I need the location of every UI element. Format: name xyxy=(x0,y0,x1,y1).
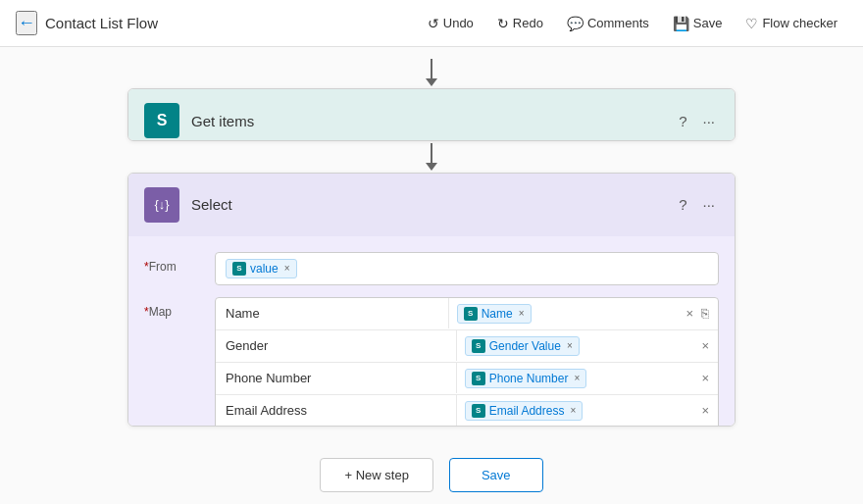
connector-middle xyxy=(426,143,437,171)
save-header-button[interactable]: 💾 Save xyxy=(663,11,733,36)
page-title: Contact List Flow xyxy=(45,15,158,31)
phone-tag-close[interactable]: × xyxy=(574,373,580,383)
sp-icon-email: S xyxy=(472,404,485,418)
get-items-actions: ? ··· xyxy=(675,111,719,131)
map-key-email: Email Address xyxy=(216,395,457,426)
connector-arrowhead-2 xyxy=(426,163,437,171)
flow-canvas: S Get items ? ··· {↓} Select ? ··· xyxy=(0,47,863,446)
select-help-button[interactable]: ? xyxy=(675,194,690,215)
get-items-icon: S xyxy=(144,103,179,138)
name-tag-close[interactable]: × xyxy=(519,308,525,319)
from-field[interactable]: S value × xyxy=(215,252,719,285)
table-row: Email Address S Email Address × × xyxy=(216,395,718,427)
map-row: *Map Name S Name × xyxy=(144,297,719,427)
name-copy-button[interactable]: ⎘ xyxy=(698,303,712,324)
value-tag-close[interactable]: × xyxy=(284,263,290,274)
select-title: Select xyxy=(191,196,663,213)
header-actions: ↺ Undo ↻ Redo 💬 Comments 💾 Save ♡ Flow c… xyxy=(418,11,847,36)
email-row-actions: × xyxy=(692,400,718,421)
sp-icon-name: S xyxy=(464,307,478,321)
get-items-card: S Get items ? ··· xyxy=(127,88,736,141)
connector-arrowhead xyxy=(426,78,437,86)
from-row: *From S value × xyxy=(144,252,719,285)
select-more-button[interactable]: ··· xyxy=(698,194,719,215)
undo-button[interactable]: ↺ Undo xyxy=(418,11,483,36)
name-row-actions: × ⎘ xyxy=(677,303,718,324)
get-items-help-button[interactable]: ? xyxy=(675,111,690,131)
map-key-gender: Gender xyxy=(216,330,457,361)
gender-remove-button[interactable]: × xyxy=(698,335,712,356)
table-row: Name S Name × × ⎘ xyxy=(216,298,718,330)
gender-row-actions: × xyxy=(692,335,718,356)
email-remove-button[interactable]: × xyxy=(698,400,712,421)
get-items-more-button[interactable]: ··· xyxy=(698,111,719,131)
name-tag: S Name × xyxy=(457,304,532,324)
map-value-phone[interactable]: S Phone Number × xyxy=(457,363,693,394)
phone-row-actions: × xyxy=(692,368,718,388)
value-tag: S value × xyxy=(226,259,297,278)
new-step-button[interactable]: + New step xyxy=(320,458,432,492)
save-icon: 💾 xyxy=(673,16,689,31)
map-key-phone: Phone Number xyxy=(216,363,457,393)
connector-top xyxy=(426,59,437,86)
sp-icon-phone: S xyxy=(472,372,485,385)
select-header: {↓} Select ? ··· xyxy=(128,174,735,236)
back-button[interactable]: ← xyxy=(16,11,37,35)
map-label: *Map xyxy=(144,297,203,319)
flow-checker-button[interactable]: ♡ Flow checker xyxy=(736,11,847,36)
table-row: Gender S Gender Value × × xyxy=(216,330,718,363)
name-remove-button[interactable]: × xyxy=(683,303,696,324)
connector-line xyxy=(431,59,432,78)
redo-button[interactable]: ↻ Redo xyxy=(487,11,553,36)
select-body: *From S value × *Map xyxy=(128,236,735,427)
flow-checker-icon: ♡ xyxy=(745,16,758,31)
comments-button[interactable]: 💬 Comments xyxy=(557,11,659,36)
phone-tag: S Phone Number × xyxy=(465,369,587,388)
from-label: *From xyxy=(144,252,203,274)
comments-icon: 💬 xyxy=(567,16,584,31)
app-header: ← Contact List Flow ↺ Undo ↻ Redo 💬 Comm… xyxy=(0,0,863,47)
get-items-header: S Get items ? ··· xyxy=(128,89,735,141)
connector-line-2 xyxy=(431,143,432,163)
redo-icon: ↻ xyxy=(497,16,509,31)
sharepoint-icon: S xyxy=(232,262,246,276)
map-value-gender[interactable]: S Gender Value × xyxy=(457,330,693,362)
sp-icon-gender: S xyxy=(472,339,485,353)
phone-remove-button[interactable]: × xyxy=(698,368,712,388)
map-value-email[interactable]: S Email Address × xyxy=(457,395,693,427)
map-key-name: Name xyxy=(216,298,449,328)
email-tag-close[interactable]: × xyxy=(570,405,576,416)
gender-tag-close[interactable]: × xyxy=(567,340,573,351)
gender-tag: S Gender Value × xyxy=(465,336,580,356)
map-value-name[interactable]: S Name × xyxy=(449,298,678,329)
email-tag: S Email Address × xyxy=(465,401,584,421)
get-items-title: Get items xyxy=(191,113,663,129)
table-row: Phone Number S Phone Number × × xyxy=(216,363,718,395)
bottom-bar: + New step Save xyxy=(0,446,863,504)
undo-icon: ↺ xyxy=(428,16,439,31)
save-button[interactable]: Save xyxy=(449,458,543,492)
map-table: Name S Name × × ⎘ xyxy=(215,297,719,427)
select-icon: {↓} xyxy=(144,187,179,223)
select-card: {↓} Select ? ··· *From S value × xyxy=(127,173,736,427)
select-actions: ? ··· xyxy=(675,194,719,215)
